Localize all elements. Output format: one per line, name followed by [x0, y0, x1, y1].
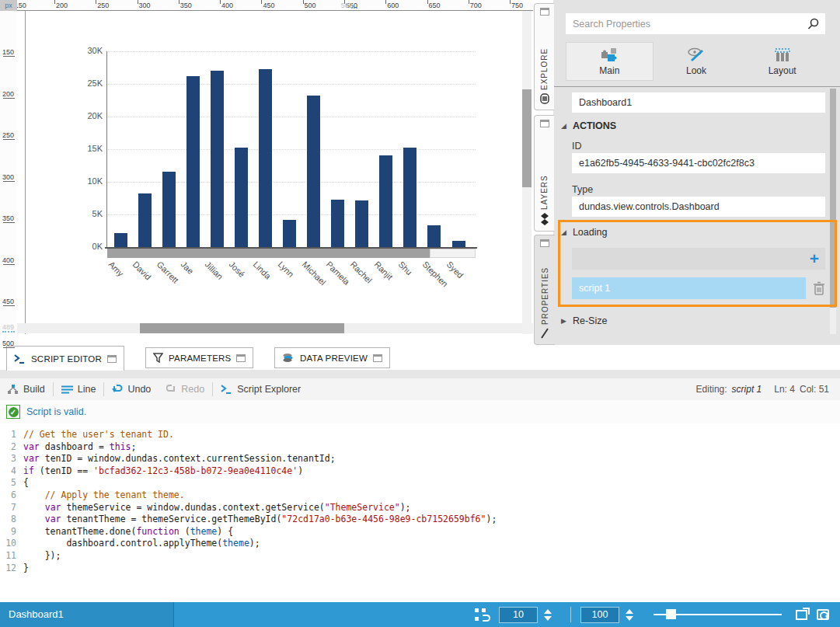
undock-icon[interactable] [540, 8, 549, 16]
zoom-stepper[interactable] [626, 609, 633, 621]
full-screen-icon[interactable] [796, 610, 807, 620]
undock-icon[interactable] [373, 354, 382, 362]
chart-bar[interactable] [211, 71, 224, 247]
loading-section-header[interactable]: ◢ Loading [561, 227, 607, 238]
chart-x-tick-label: Stephen [420, 260, 449, 288]
zoom-slider[interactable] [654, 609, 782, 620]
element-name-field[interactable]: Dashboard1 [572, 92, 825, 113]
ruler-label: 300 [139, 2, 151, 9]
code-line[interactable]: 10 dashboard.control.applyTheme(theme); [0, 538, 840, 550]
ruler-label: 250 [97, 2, 109, 9]
undock-icon[interactable] [236, 354, 246, 362]
ruler-tick [3, 98, 15, 99]
build-button[interactable]: Build [0, 384, 53, 395]
chart-bar[interactable] [259, 69, 272, 247]
chart-bar[interactable] [427, 225, 441, 247]
chart-gridline [106, 149, 476, 150]
editing-status: Editing: script 1 Ln: 4 Col: 51 [696, 384, 840, 395]
ruler-tick [3, 222, 15, 223]
redo-button[interactable]: Redo [159, 384, 212, 395]
tab-layers[interactable]: LAYERS [534, 115, 554, 232]
chart-bar[interactable] [186, 76, 200, 247]
chart-x-tick-label: Michael [300, 260, 327, 287]
chart-axis-scrollbar-track[interactable] [430, 249, 476, 258]
chart-bar[interactable] [235, 148, 248, 247]
expanded-triangle-icon: ◢ [561, 122, 566, 130]
code-line[interactable]: 11 }); [0, 550, 840, 563]
tab-look[interactable]: Look [654, 42, 740, 81]
chart-x-tick-label: Pamela [324, 260, 351, 287]
design-canvas-pane: 562 150200250300350400450500550600650700… [0, 0, 533, 345]
resize-header-label: Re-Size [573, 315, 607, 326]
code-line[interactable]: 1// Get the user's tenant ID. [0, 429, 840, 441]
chart-x-tick-label: Syed [445, 260, 465, 280]
script-code-editor[interactable]: 1// Get the user's tenant ID.2var dashbo… [0, 423, 840, 602]
zoom-slider-thumb[interactable] [666, 609, 676, 619]
code-line[interactable]: 7 var themeService = window.dundas.conte… [0, 502, 840, 514]
type-field[interactable]: dundas.view.controls.Dashboard [572, 197, 825, 217]
chart-bar[interactable] [331, 200, 344, 247]
ruler-tick [469, 0, 469, 4]
code-line[interactable]: 8 var tenantTheme = themeService.getThem… [0, 514, 840, 526]
chart-bar[interactable] [138, 193, 152, 247]
chart-bar[interactable] [355, 200, 368, 247]
zoom-to-fit-icon[interactable] [817, 609, 829, 620]
code-line[interactable]: 3var tenID = window.dundas.context.curre… [0, 453, 840, 465]
resize-section-header[interactable]: ▶ Re-Size [561, 315, 607, 326]
zoom-level-input[interactable]: 100 [580, 607, 619, 623]
vertical-ruler: 489 150200250300350400450500 [0, 11, 17, 334]
add-script-button[interactable]: + [810, 251, 825, 266]
code-line[interactable]: 4if (tenID == 'bcfad362-12c3-458b-b072-9… [0, 465, 840, 478]
chart-bar[interactable] [379, 155, 392, 247]
pencil-icon [540, 328, 549, 339]
canvas-vertical-scrollbar[interactable] [522, 11, 532, 334]
build-icon [8, 385, 19, 395]
code-line[interactable]: 12} [0, 563, 840, 575]
tab-data-preview[interactable]: DATA PREVIEW [274, 347, 390, 368]
script-explorer-button[interactable]: Script Explorer [213, 384, 308, 395]
scrollbar-thumb[interactable] [522, 89, 532, 187]
code-line[interactable]: 2var dashboard = this; [0, 441, 840, 454]
dashboard-tab[interactable]: Dashboard1 [0, 602, 174, 627]
undo-button[interactable]: Undo [104, 384, 159, 395]
tab-explore[interactable]: EXPLORE [534, 3, 554, 110]
undock-icon[interactable] [107, 355, 117, 363]
tab-layers-label: LAYERS [540, 131, 549, 210]
chart-bar[interactable] [162, 172, 176, 247]
scrollbar-thumb[interactable] [140, 323, 344, 333]
chart-axis-scrollbar[interactable] [107, 249, 430, 258]
ruler-label: 150 [2, 48, 14, 56]
code-line[interactable]: 9 tenantTheme.done(function (theme) { [0, 526, 840, 538]
canvas-left-edge [25, 11, 26, 334]
tab-script-editor[interactable]: SCRIPT EDITOR [6, 346, 124, 371]
chart-bar[interactable] [114, 233, 127, 247]
script-item[interactable]: script 1 [572, 277, 806, 299]
id-field[interactable]: e1a62fb5-4945-4633-9441-cbc02fc2f8c3 [572, 153, 825, 173]
dashboard-canvas[interactable]: 30K25K20K15K10K5K0KAmyDavidGarrettJaeJil… [17, 11, 533, 334]
search-properties-input[interactable]: Search Properties [566, 13, 825, 34]
code-line[interactable]: 5{ [0, 477, 840, 489]
chart-bar[interactable] [307, 96, 320, 247]
line-button[interactable]: Line [54, 384, 104, 395]
grid-size-stepper[interactable] [544, 609, 552, 621]
tab-properties[interactable]: PROPERTIES [534, 235, 555, 345]
tab-parameters[interactable]: PARAMETERS [145, 347, 253, 368]
delete-script-icon[interactable] [813, 281, 825, 295]
chart-y-tick-label: 20K [78, 111, 103, 120]
code-line[interactable]: 6 // Apply the tenant theme. [0, 489, 840, 502]
grid-size-input[interactable]: 10 [499, 607, 538, 623]
undock-icon[interactable] [540, 120, 549, 127]
search-icon[interactable] [805, 18, 825, 30]
chart-bar[interactable] [452, 241, 465, 247]
cursor-line-info: Ln: 4 [774, 384, 795, 395]
tab-layout[interactable]: Layout [739, 42, 825, 81]
tab-main[interactable]: Main [566, 42, 654, 81]
ruler-tick [3, 347, 15, 348]
line-number: 6 [0, 489, 23, 502]
snap-to-grid-icon[interactable] [474, 608, 491, 622]
undock-icon[interactable] [540, 239, 549, 247]
canvas-horizontal-scrollbar[interactable] [17, 323, 533, 333]
chart-bar[interactable] [283, 220, 296, 247]
actions-section-header[interactable]: ◢ ACTIONS [561, 120, 616, 131]
chart-bar[interactable] [403, 148, 417, 248]
